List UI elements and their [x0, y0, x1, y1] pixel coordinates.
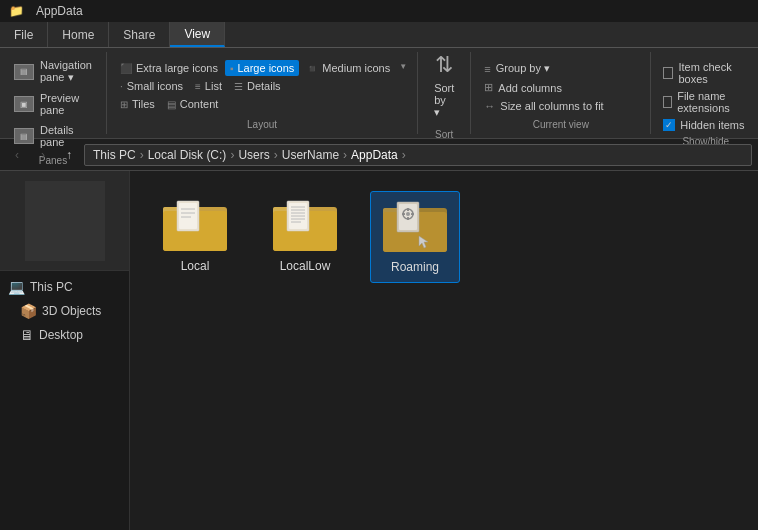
path-local-disk[interactable]: Local Disk (C:)	[148, 148, 227, 162]
file-name-ext-checkbox[interactable]	[663, 96, 672, 108]
layout-row-3: ⊞ Tiles ▤ Content	[115, 96, 223, 112]
size-all-columns-button[interactable]: ↔ Size all columns to fit	[479, 98, 608, 114]
list-button[interactable]: ≡ List	[190, 78, 227, 94]
add-columns-button[interactable]: ⊞ Add columns	[479, 79, 608, 96]
ribbon-group-sort: ⇅ Sortby ▾ Sort	[418, 52, 471, 134]
large-icons-button[interactable]: ▪ Large icons	[225, 60, 299, 76]
ribbon-group-current-view: ≡ Group by ▾ ⊞ Add columns ↔ Size all co…	[471, 52, 651, 134]
svg-rect-4	[179, 203, 197, 229]
app-icon: 📁	[8, 3, 24, 19]
tab-share[interactable]: Share	[109, 22, 170, 47]
ribbon-group-showhide: Item check boxes File name extensions ✓ …	[651, 52, 758, 134]
content-area: Local LocalLow	[130, 171, 758, 530]
ribbon-group-panes: ▤ Navigationpane ▾ ▣ Preview pane ▤ Deta…	[0, 52, 107, 134]
add-columns-icon: ⊞	[484, 81, 493, 94]
hidden-items-toggle[interactable]: ✓ Hidden items	[659, 118, 748, 132]
window-title: AppData	[36, 4, 83, 18]
group-by-icon: ≡	[484, 63, 490, 75]
group-by-button[interactable]: ≡ Group by ▾	[479, 60, 608, 77]
up-button[interactable]: ↑	[58, 144, 80, 166]
layout-row-2: · Small icons ≡ List ☰ Details	[115, 78, 286, 94]
sort-group-label: Sort	[435, 125, 453, 140]
showhide-items: Item check boxes File name extensions ✓ …	[659, 56, 752, 132]
size-columns-icon: ↔	[484, 100, 495, 112]
title-bar: 📁 AppData	[0, 0, 758, 22]
layout-row-1: ⬛ Extra large icons ▪ Large icons ◾ Medi…	[115, 60, 409, 76]
item-check-boxes-checkbox[interactable]	[663, 67, 673, 79]
tab-file[interactable]: File	[0, 22, 48, 47]
medium-icons-button[interactable]: ◾ Medium icons	[301, 60, 395, 76]
sort-icon: ⇅	[435, 52, 453, 78]
folder-localLow[interactable]: LocalLow	[260, 191, 350, 281]
layout-group-label: Layout	[247, 115, 277, 130]
sort-by-button[interactable]: ⇅ Sortby ▾	[426, 46, 462, 125]
folder-local-label: Local	[181, 259, 210, 273]
preview-pane-icon: ▣	[14, 96, 34, 112]
title-bar-system-icons: 📁	[8, 3, 24, 19]
preview-content	[25, 181, 105, 261]
breadcrumb-path[interactable]: This PC › Local Disk (C:) › Users › User…	[84, 144, 752, 166]
3d-objects-icon: 📦	[20, 303, 37, 319]
sidebar-item-3d-objects[interactable]: 📦 3D Objects	[0, 299, 129, 323]
svg-rect-27	[407, 217, 409, 220]
extra-large-icons-button[interactable]: ⬛ Extra large icons	[115, 60, 223, 76]
folder-local[interactable]: Local	[150, 191, 240, 281]
sidebar-item-this-pc[interactable]: 💻 This PC	[0, 275, 129, 299]
path-users[interactable]: Users	[238, 148, 269, 162]
path-this-pc[interactable]: This PC	[93, 148, 136, 162]
sidebar-preview	[0, 171, 129, 271]
file-name-extensions-toggle[interactable]: File name extensions	[659, 89, 752, 115]
this-pc-icon: 💻	[8, 279, 25, 295]
hidden-items-checkbox[interactable]: ✓	[663, 119, 675, 131]
current-view-label: Current view	[533, 115, 589, 130]
tab-home[interactable]: Home	[48, 22, 109, 47]
sidebar: 💻 This PC 📦 3D Objects 🖥 Desktop	[0, 171, 130, 530]
ribbon: File Home Share View ▤ Navigationpane ▾ …	[0, 22, 758, 139]
svg-rect-29	[411, 213, 414, 215]
navigation-pane-icon: ▤	[14, 64, 34, 80]
layout-buttons: ⬛ Extra large icons ▪ Large icons ◾ Medi…	[115, 56, 409, 115]
preview-pane-button[interactable]: ▣ Preview pane	[8, 89, 98, 119]
sidebar-tree: 💻 This PC 📦 3D Objects 🖥 Desktop	[0, 271, 129, 351]
content-button[interactable]: ▤ Content	[162, 96, 224, 112]
folder-localLow-icon	[273, 199, 337, 253]
back-button[interactable]: ‹	[6, 144, 28, 166]
navigation-pane-button[interactable]: ▤ Navigationpane ▾	[8, 56, 98, 87]
details-pane-icon: ▤	[14, 128, 34, 144]
ribbon-content: ▤ Navigationpane ▾ ▣ Preview pane ▤ Deta…	[0, 48, 758, 138]
small-icons-button[interactable]: · Small icons	[115, 78, 188, 94]
tiles-button[interactable]: ⊞ Tiles	[115, 96, 160, 112]
tab-bar: File Home Share View	[0, 22, 758, 48]
svg-rect-26	[407, 208, 409, 211]
current-view-buttons: ≡ Group by ▾ ⊞ Add columns ↔ Size all co…	[479, 56, 608, 115]
item-check-boxes-toggle[interactable]: Item check boxes	[659, 60, 752, 86]
forward-button[interactable]: ›	[32, 144, 54, 166]
folder-local-icon	[163, 199, 227, 253]
desktop-icon: 🖥	[20, 327, 34, 343]
folder-roaming-label: Roaming	[391, 260, 439, 274]
tab-view[interactable]: View	[170, 22, 225, 47]
details-button[interactable]: ☰ Details	[229, 78, 286, 94]
ribbon-group-layout: ⬛ Extra large icons ▪ Large icons ◾ Medi…	[107, 52, 418, 134]
panes-buttons: ▤ Navigationpane ▾ ▣ Preview pane ▤ Deta…	[8, 56, 98, 151]
folder-localLow-label: LocalLow	[280, 259, 331, 273]
path-appdata[interactable]: AppData	[351, 148, 398, 162]
address-bar: ‹ › ↑ This PC › Local Disk (C:) › Users …	[0, 139, 758, 171]
svg-point-25	[406, 212, 410, 216]
layout-dropdown[interactable]: ▼	[397, 60, 409, 76]
path-username[interactable]: UserName	[282, 148, 339, 162]
main-layout: 💻 This PC 📦 3D Objects 🖥 Desktop	[0, 171, 758, 530]
svg-rect-28	[402, 213, 405, 215]
folder-roaming[interactable]: Roaming	[370, 191, 460, 283]
folder-roaming-icon	[383, 200, 447, 254]
sidebar-item-desktop[interactable]: 🖥 Desktop	[0, 323, 129, 347]
